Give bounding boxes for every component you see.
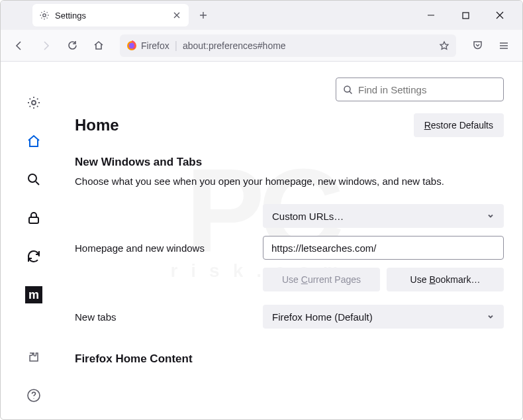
titlebar: Settings [1,1,522,30]
svg-point-0 [43,14,46,17]
tab-title: Settings [55,11,166,21]
homepage-label: Homepage and new windows [75,242,252,254]
urlbar-separator: | [175,40,177,52]
back-button[interactable] [9,35,30,56]
svg-rect-1 [463,13,469,19]
app-menu-button[interactable] [493,35,514,56]
reload-button[interactable] [62,35,83,56]
main-panel: Home RRestore Defaultsestore Defaults Ne… [67,62,522,420]
sidebar-item-privacy[interactable] [22,206,46,230]
sidebar-item-sync[interactable] [22,244,46,268]
home-button[interactable] [88,35,109,56]
svg-point-4 [32,101,36,105]
newtabs-value: Firefox Home (Default) [272,311,373,323]
restore-defaults-button[interactable]: RRestore Defaultsestore Defaults [414,113,504,137]
svg-point-8 [344,86,350,92]
sidebar-item-search[interactable] [22,168,46,191]
close-tab-icon[interactable] [171,10,182,21]
homepage-url-input[interactable] [263,236,504,260]
sidebar-item-help[interactable] [22,384,46,407]
settings-search[interactable] [336,78,504,101]
page-title: Home [75,116,119,134]
toolbar: Firefox | about:preferences#home [1,30,522,62]
identity-label: Firefox [141,40,169,51]
forward-button [35,35,56,56]
svg-rect-6 [29,217,38,223]
homepage-mode-select[interactable]: Custom URLs… [263,204,504,228]
new-tab-button[interactable] [194,6,213,25]
sidebar-item-general[interactable] [22,91,46,115]
newtabs-label: New tabs [75,311,252,323]
browser-tab[interactable]: Settings [32,4,189,26]
close-window-button[interactable] [491,6,509,25]
content-area: m Home RRestore Defaultsestore Defaults … [1,62,522,420]
sidebar-item-more[interactable]: m [22,283,46,307]
section-new-windows-desc: Choose what you see when you open your h… [75,174,504,188]
window-controls [422,6,517,25]
sidebar-item-home[interactable] [22,129,46,153]
identity-box[interactable]: Firefox [126,40,169,51]
url-bar[interactable]: Firefox | about:preferences#home [120,34,456,57]
sidebar-item-extensions[interactable] [22,345,46,369]
m-icon: m [25,286,42,303]
chevron-down-icon [487,212,495,220]
save-to-pocket-button[interactable] [467,35,488,56]
section-new-windows-title: New Windows and Tabs [75,156,504,169]
use-current-pages-button: Use Current Pages [263,268,380,291]
url-text: about:preferences#home [183,40,434,51]
use-bookmark-button[interactable]: Use Bookmark… [387,268,504,291]
newtabs-select[interactable]: Firefox Home (Default) [263,305,504,329]
sidebar: m [1,62,67,420]
gear-icon [39,10,50,21]
svg-point-5 [28,174,36,182]
bookmark-star-icon[interactable] [439,40,450,51]
settings-search-input[interactable] [358,84,497,95]
firefox-icon [126,40,137,51]
minimize-button[interactable] [422,6,440,25]
chevron-down-icon [487,313,495,321]
maximize-button[interactable] [456,6,475,25]
search-icon [343,85,353,95]
homepage-mode-value: Custom URLs… [272,211,344,222]
section-firefox-home-title: Firefox Home Content [75,352,504,366]
